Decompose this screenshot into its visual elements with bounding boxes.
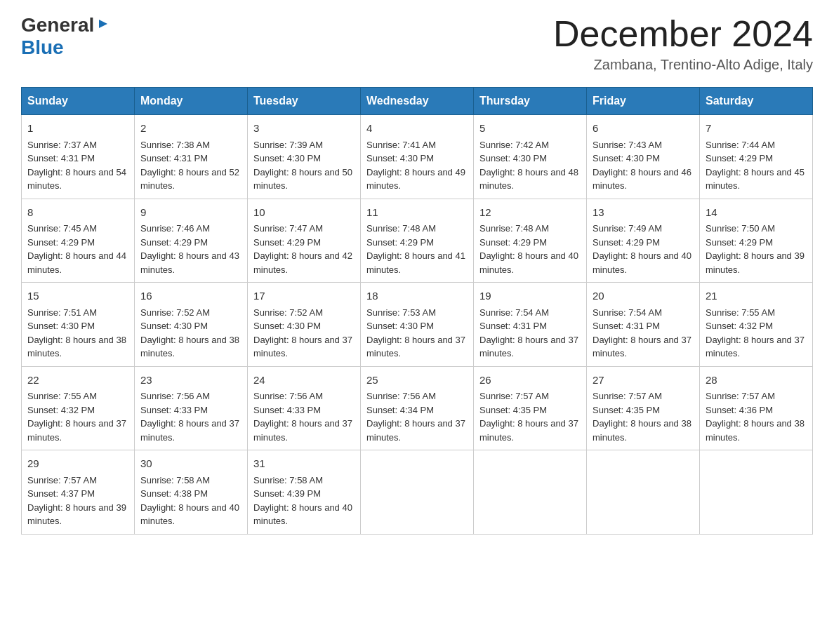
sunrise-text: Sunrise: 7:56 AM (366, 391, 436, 401)
daylight-text: Daylight: 8 hours and 40 minutes. (479, 250, 578, 275)
sunrise-text: Sunrise: 7:45 AM (27, 223, 97, 234)
daylight-text: Daylight: 8 hours and 38 minutes. (140, 335, 239, 359)
week-row-3: 15Sunrise: 7:51 AMSunset: 4:30 PMDayligh… (22, 283, 813, 367)
daylight-text: Daylight: 8 hours and 52 minutes. (140, 167, 239, 192)
sunrise-text: Sunrise: 7:54 AM (479, 307, 549, 318)
day-number: 4 (366, 121, 468, 137)
daylight-text: Daylight: 8 hours and 37 minutes. (253, 335, 352, 359)
sunrise-text: Sunrise: 7:55 AM (706, 307, 775, 318)
day-cell (474, 450, 587, 535)
logo: General Blue (21, 14, 111, 59)
sunset-text: Sunset: 4:30 PM (27, 321, 95, 331)
day-cell: 18Sunrise: 7:53 AMSunset: 4:30 PMDayligh… (361, 283, 474, 367)
sunset-text: Sunset: 4:30 PM (593, 153, 660, 163)
daylight-text: Daylight: 8 hours and 39 minutes. (27, 502, 126, 527)
daylight-text: Daylight: 8 hours and 37 minutes. (253, 418, 352, 443)
day-header-friday: Friday (587, 88, 700, 115)
daylight-text: Daylight: 8 hours and 46 minutes. (593, 167, 691, 192)
day-cell: 27Sunrise: 7:57 AMSunset: 4:35 PMDayligh… (587, 366, 700, 450)
day-cell (361, 450, 474, 535)
daylight-text: Daylight: 8 hours and 38 minutes. (27, 335, 126, 359)
location-subtitle: Zambana, Trentino-Alto Adige, Italy (553, 57, 813, 73)
day-number: 25 (366, 373, 468, 389)
day-number: 17 (253, 288, 355, 304)
day-cell: 8Sunrise: 7:45 AMSunset: 4:29 PMDaylight… (22, 199, 135, 283)
logo-blue-text: Blue (21, 36, 64, 58)
sunset-text: Sunset: 4:30 PM (479, 153, 547, 163)
day-number: 31 (253, 456, 355, 472)
day-cell: 25Sunrise: 7:56 AMSunset: 4:34 PMDayligh… (361, 366, 474, 450)
page-header: General Blue December 2024 Zambana, Tren… (21, 14, 813, 73)
week-row-4: 22Sunrise: 7:55 AMSunset: 4:32 PMDayligh… (22, 366, 813, 450)
day-cell: 19Sunrise: 7:54 AMSunset: 4:31 PMDayligh… (474, 283, 587, 367)
day-cell: 4Sunrise: 7:41 AMSunset: 4:30 PMDaylight… (361, 115, 474, 199)
sunrise-text: Sunrise: 7:58 AM (140, 475, 210, 485)
daylight-text: Daylight: 8 hours and 49 minutes. (366, 167, 465, 192)
day-cell: 11Sunrise: 7:48 AMSunset: 4:29 PMDayligh… (361, 199, 474, 283)
day-cell: 5Sunrise: 7:42 AMSunset: 4:30 PMDaylight… (474, 115, 587, 199)
sunrise-text: Sunrise: 7:43 AM (593, 140, 662, 150)
daylight-text: Daylight: 8 hours and 40 minutes. (593, 250, 691, 275)
day-header-saturday: Saturday (700, 88, 813, 115)
day-number: 27 (593, 373, 694, 389)
day-number: 3 (253, 121, 355, 137)
day-number: 10 (253, 205, 355, 221)
day-cell (587, 450, 700, 535)
day-number: 5 (479, 121, 581, 137)
sunrise-text: Sunrise: 7:57 AM (706, 391, 775, 401)
sunset-text: Sunset: 4:29 PM (706, 153, 773, 163)
sunset-text: Sunset: 4:31 PM (27, 153, 95, 163)
daylight-text: Daylight: 8 hours and 37 minutes. (140, 418, 239, 443)
sunrise-text: Sunrise: 7:52 AM (140, 307, 210, 318)
day-cell: 28Sunrise: 7:57 AMSunset: 4:36 PMDayligh… (700, 366, 813, 450)
day-number: 30 (140, 456, 241, 472)
sunrise-text: Sunrise: 7:37 AM (27, 140, 97, 150)
sunset-text: Sunset: 4:30 PM (366, 153, 434, 163)
month-year-title: December 2024 (553, 14, 813, 54)
daylight-text: Daylight: 8 hours and 40 minutes. (140, 502, 239, 527)
logo-general-text: General (21, 14, 94, 36)
sunrise-text: Sunrise: 7:55 AM (27, 391, 97, 401)
day-number: 28 (706, 373, 807, 389)
sunrise-text: Sunrise: 7:46 AM (140, 223, 210, 234)
sunset-text: Sunset: 4:39 PM (253, 488, 321, 499)
sunrise-text: Sunrise: 7:42 AM (479, 140, 549, 150)
daylight-text: Daylight: 8 hours and 37 minutes. (366, 335, 465, 359)
sunrise-text: Sunrise: 7:38 AM (140, 140, 210, 150)
sunrise-text: Sunrise: 7:57 AM (27, 475, 97, 485)
sunrise-text: Sunrise: 7:54 AM (593, 307, 662, 318)
sunset-text: Sunset: 4:29 PM (253, 237, 321, 248)
sunset-text: Sunset: 4:29 PM (140, 237, 208, 248)
daylight-text: Daylight: 8 hours and 44 minutes. (27, 250, 126, 275)
day-number: 24 (253, 373, 355, 389)
day-cell: 6Sunrise: 7:43 AMSunset: 4:30 PMDaylight… (587, 115, 700, 199)
sunset-text: Sunset: 4:34 PM (366, 405, 434, 415)
day-cell: 2Sunrise: 7:38 AMSunset: 4:31 PMDaylight… (135, 115, 248, 199)
day-cell: 17Sunrise: 7:52 AMSunset: 4:30 PMDayligh… (248, 283, 361, 367)
day-number: 29 (27, 456, 128, 472)
sunset-text: Sunset: 4:30 PM (253, 321, 321, 331)
daylight-text: Daylight: 8 hours and 37 minutes. (366, 418, 465, 443)
sunrise-text: Sunrise: 7:56 AM (140, 391, 210, 401)
day-cell: 3Sunrise: 7:39 AMSunset: 4:30 PMDaylight… (248, 115, 361, 199)
daylight-text: Daylight: 8 hours and 38 minutes. (706, 418, 805, 443)
day-number: 2 (140, 121, 241, 137)
daylight-text: Daylight: 8 hours and 37 minutes. (479, 335, 578, 359)
day-header-wednesday: Wednesday (361, 88, 474, 115)
sunset-text: Sunset: 4:29 PM (27, 237, 95, 248)
sunrise-text: Sunrise: 7:47 AM (253, 223, 323, 234)
day-number: 8 (27, 205, 128, 221)
sunrise-text: Sunrise: 7:48 AM (366, 223, 436, 234)
sunset-text: Sunset: 4:31 PM (140, 153, 208, 163)
day-cell (700, 450, 813, 535)
daylight-text: Daylight: 8 hours and 40 minutes. (253, 502, 352, 527)
days-header-row: SundayMondayTuesdayWednesdayThursdayFrid… (22, 88, 813, 115)
sunrise-text: Sunrise: 7:52 AM (253, 307, 323, 318)
day-cell: 1Sunrise: 7:37 AMSunset: 4:31 PMDaylight… (22, 115, 135, 199)
daylight-text: Daylight: 8 hours and 37 minutes. (479, 418, 578, 443)
daylight-text: Daylight: 8 hours and 38 minutes. (593, 418, 691, 443)
day-number: 14 (706, 205, 807, 221)
sunset-text: Sunset: 4:33 PM (140, 405, 208, 415)
sunrise-text: Sunrise: 7:56 AM (253, 391, 323, 401)
day-number: 26 (479, 373, 581, 389)
